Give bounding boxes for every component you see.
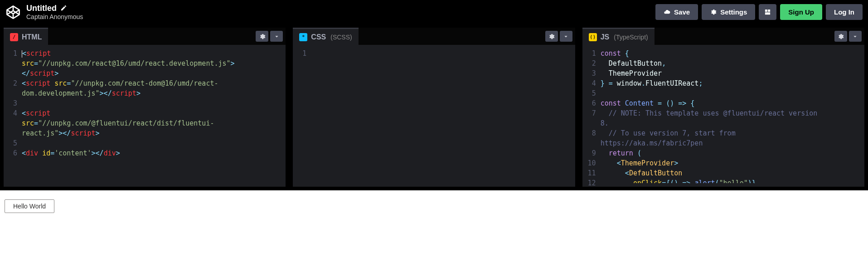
editor-js-expand-button[interactable] — [849, 31, 862, 42]
html-lang-icon: / — [10, 33, 18, 41]
save-label: Save — [674, 8, 690, 16]
author-name: Captain Anonymous — [26, 13, 83, 20]
cloud-icon — [664, 9, 670, 15]
editor-css: * CSS (SCSS) 1 — [293, 28, 575, 187]
gear-icon — [548, 33, 555, 40]
js-lang-icon: () — [589, 33, 597, 41]
top-toolbar: Save Settings Sign Up Log In — [655, 4, 863, 20]
editors-row: / HTML 123456 <script src="//unpkg.com/r… — [0, 24, 868, 190]
editor-html-settings-button[interactable] — [256, 31, 268, 42]
code-area-html[interactable]: 123456 <script src="//unpkg.com/react@16… — [4, 45, 286, 187]
code-area-css[interactable]: 1 — [293, 45, 575, 187]
pencil-icon[interactable] — [60, 5, 67, 13]
tab-js-label: JS — [601, 33, 610, 41]
gear-icon — [710, 9, 717, 15]
editor-css-header: * CSS (SCSS) — [293, 28, 575, 45]
app-header: Untitled Captain Anonymous Save Settings… — [0, 0, 868, 24]
tab-html-label: HTML — [22, 33, 42, 41]
tab-css-label: CSS — [311, 33, 326, 41]
tab-css[interactable]: * CSS (SCSS) — [293, 28, 358, 45]
editor-html-header: / HTML — [4, 28, 286, 45]
codepen-logo-icon — [5, 5, 21, 20]
tab-css-sub: (SCSS) — [330, 34, 352, 41]
code-area-js[interactable]: 12345678910111213 const { DefaultButton,… — [582, 45, 864, 187]
editor-js-settings-button[interactable] — [834, 31, 847, 42]
editor-html: / HTML 123456 <script src="//unpkg.com/r… — [4, 28, 286, 187]
tab-html[interactable]: / HTML — [4, 28, 48, 45]
code-lines-js[interactable]: const { DefaultButton, ThemeProvider} = … — [601, 48, 864, 183]
gutter-css: 1 — [293, 48, 311, 183]
chevron-down-icon — [273, 33, 280, 40]
code-lines-css[interactable] — [311, 48, 575, 183]
tab-js[interactable]: () JS (TypeScript) — [582, 28, 655, 45]
editor-js-header: () JS (TypeScript) — [582, 28, 864, 45]
gutter-js: 12345678910111213 — [582, 48, 601, 183]
editor-js: () JS (TypeScript) 12345678910111213 con… — [582, 28, 864, 187]
code-lines-html[interactable]: <script src="//unpkg.com/react@16/umd/re… — [22, 48, 286, 183]
layout-grid-icon — [764, 9, 771, 15]
chevron-down-icon — [852, 33, 858, 40]
settings-button[interactable]: Settings — [702, 4, 755, 20]
gear-icon — [837, 33, 844, 40]
editor-html-expand-button[interactable] — [270, 31, 283, 42]
output-frame: Hello World — [0, 190, 868, 213]
editor-css-settings-button[interactable] — [545, 31, 558, 42]
login-button[interactable]: Log In — [826, 4, 863, 20]
gutter-html: 123456 — [4, 48, 22, 183]
brand-block: Untitled Captain Anonymous — [5, 4, 83, 20]
editor-css-expand-button[interactable] — [560, 31, 572, 42]
tab-js-sub: (TypeScript) — [614, 34, 648, 41]
signup-button[interactable]: Sign Up — [780, 4, 822, 20]
css-lang-icon: * — [299, 33, 307, 41]
layout-button[interactable] — [759, 4, 776, 20]
pen-title[interactable]: Untitled — [26, 4, 57, 13]
gear-icon — [259, 33, 266, 40]
hello-world-button[interactable]: Hello World — [5, 199, 54, 213]
save-button[interactable]: Save — [655, 4, 698, 20]
settings-label: Settings — [720, 8, 747, 16]
chevron-down-icon — [563, 33, 569, 40]
